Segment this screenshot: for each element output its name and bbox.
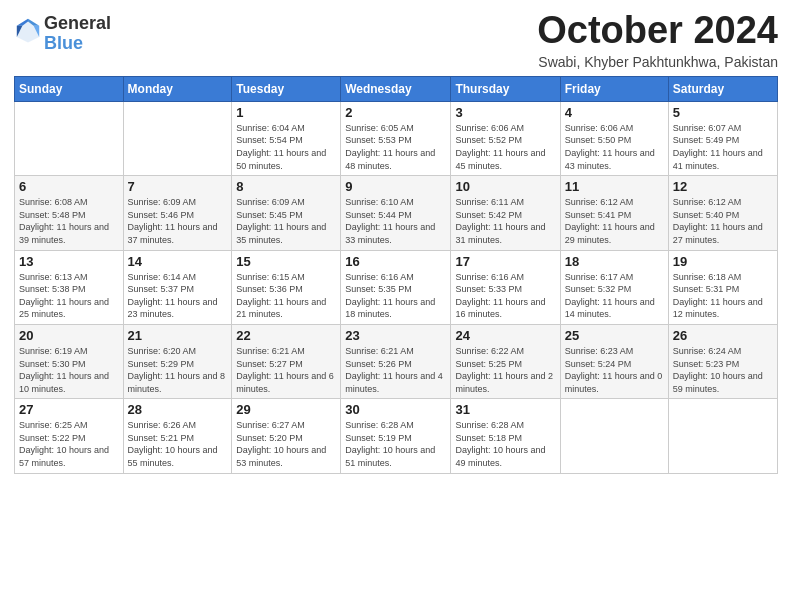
table-row: 22Sunrise: 6:21 AM Sunset: 5:27 PM Dayli… [232,324,341,398]
day-number: 27 [19,402,119,417]
day-number: 15 [236,254,336,269]
col-sunday: Sunday [15,76,124,101]
day-number: 24 [455,328,555,343]
title-block: October 2024 Swabi, Khyber Pakhtunkhwa, … [537,10,778,70]
col-wednesday: Wednesday [341,76,451,101]
day-number: 4 [565,105,664,120]
calendar-week-row: 13Sunrise: 6:13 AM Sunset: 5:38 PM Dayli… [15,250,778,324]
table-row: 14Sunrise: 6:14 AM Sunset: 5:37 PM Dayli… [123,250,232,324]
day-number: 22 [236,328,336,343]
table-row: 31Sunrise: 6:28 AM Sunset: 5:18 PM Dayli… [451,399,560,473]
calendar-week-row: 1Sunrise: 6:04 AM Sunset: 5:54 PM Daylig… [15,101,778,175]
calendar-header-row: Sunday Monday Tuesday Wednesday Thursday… [15,76,778,101]
day-number: 13 [19,254,119,269]
svg-marker-0 [17,19,39,43]
table-row: 13Sunrise: 6:13 AM Sunset: 5:38 PM Dayli… [15,250,124,324]
day-info: Sunrise: 6:11 AM Sunset: 5:42 PM Dayligh… [455,196,555,246]
table-row: 2Sunrise: 6:05 AM Sunset: 5:53 PM Daylig… [341,101,451,175]
calendar-week-row: 20Sunrise: 6:19 AM Sunset: 5:30 PM Dayli… [15,324,778,398]
table-row: 3Sunrise: 6:06 AM Sunset: 5:52 PM Daylig… [451,101,560,175]
day-info: Sunrise: 6:28 AM Sunset: 5:19 PM Dayligh… [345,419,446,469]
col-saturday: Saturday [668,76,777,101]
day-number: 16 [345,254,446,269]
day-number: 18 [565,254,664,269]
table-row: 6Sunrise: 6:08 AM Sunset: 5:48 PM Daylig… [15,176,124,250]
day-number: 9 [345,179,446,194]
table-row: 24Sunrise: 6:22 AM Sunset: 5:25 PM Dayli… [451,324,560,398]
col-monday: Monday [123,76,232,101]
day-number: 26 [673,328,773,343]
day-info: Sunrise: 6:10 AM Sunset: 5:44 PM Dayligh… [345,196,446,246]
day-info: Sunrise: 6:04 AM Sunset: 5:54 PM Dayligh… [236,122,336,172]
day-number: 12 [673,179,773,194]
location-subtitle: Swabi, Khyber Pakhtunkhwa, Pakistan [537,54,778,70]
table-row: 16Sunrise: 6:16 AM Sunset: 5:35 PM Dayli… [341,250,451,324]
day-info: Sunrise: 6:16 AM Sunset: 5:33 PM Dayligh… [455,271,555,321]
table-row: 18Sunrise: 6:17 AM Sunset: 5:32 PM Dayli… [560,250,668,324]
col-friday: Friday [560,76,668,101]
day-number: 20 [19,328,119,343]
table-row: 30Sunrise: 6:28 AM Sunset: 5:19 PM Dayli… [341,399,451,473]
day-info: Sunrise: 6:09 AM Sunset: 5:45 PM Dayligh… [236,196,336,246]
table-row: 1Sunrise: 6:04 AM Sunset: 5:54 PM Daylig… [232,101,341,175]
table-row: 20Sunrise: 6:19 AM Sunset: 5:30 PM Dayli… [15,324,124,398]
table-row [15,101,124,175]
day-number: 19 [673,254,773,269]
day-info: Sunrise: 6:17 AM Sunset: 5:32 PM Dayligh… [565,271,664,321]
day-number: 29 [236,402,336,417]
day-number: 31 [455,402,555,417]
day-number: 28 [128,402,228,417]
day-info: Sunrise: 6:14 AM Sunset: 5:37 PM Dayligh… [128,271,228,321]
day-info: Sunrise: 6:12 AM Sunset: 5:41 PM Dayligh… [565,196,664,246]
day-number: 23 [345,328,446,343]
day-number: 21 [128,328,228,343]
logo-icon [14,16,42,44]
table-row: 15Sunrise: 6:15 AM Sunset: 5:36 PM Dayli… [232,250,341,324]
day-number: 17 [455,254,555,269]
day-info: Sunrise: 6:25 AM Sunset: 5:22 PM Dayligh… [19,419,119,469]
col-thursday: Thursday [451,76,560,101]
day-info: Sunrise: 6:06 AM Sunset: 5:50 PM Dayligh… [565,122,664,172]
month-title: October 2024 [537,10,778,52]
day-number: 8 [236,179,336,194]
day-number: 6 [19,179,119,194]
day-info: Sunrise: 6:21 AM Sunset: 5:27 PM Dayligh… [236,345,336,395]
table-row: 27Sunrise: 6:25 AM Sunset: 5:22 PM Dayli… [15,399,124,473]
day-info: Sunrise: 6:27 AM Sunset: 5:20 PM Dayligh… [236,419,336,469]
day-info: Sunrise: 6:20 AM Sunset: 5:29 PM Dayligh… [128,345,228,395]
table-row: 17Sunrise: 6:16 AM Sunset: 5:33 PM Dayli… [451,250,560,324]
table-row: 26Sunrise: 6:24 AM Sunset: 5:23 PM Dayli… [668,324,777,398]
day-number: 3 [455,105,555,120]
header: General Blue October 2024 Swabi, Khyber … [14,10,778,70]
table-row: 7Sunrise: 6:09 AM Sunset: 5:46 PM Daylig… [123,176,232,250]
table-row: 9Sunrise: 6:10 AM Sunset: 5:44 PM Daylig… [341,176,451,250]
logo-text: General Blue [44,14,111,54]
calendar-week-row: 6Sunrise: 6:08 AM Sunset: 5:48 PM Daylig… [15,176,778,250]
day-info: Sunrise: 6:28 AM Sunset: 5:18 PM Dayligh… [455,419,555,469]
table-row: 11Sunrise: 6:12 AM Sunset: 5:41 PM Dayli… [560,176,668,250]
day-info: Sunrise: 6:21 AM Sunset: 5:26 PM Dayligh… [345,345,446,395]
day-info: Sunrise: 6:05 AM Sunset: 5:53 PM Dayligh… [345,122,446,172]
day-info: Sunrise: 6:18 AM Sunset: 5:31 PM Dayligh… [673,271,773,321]
table-row: 10Sunrise: 6:11 AM Sunset: 5:42 PM Dayli… [451,176,560,250]
day-number: 10 [455,179,555,194]
table-row: 29Sunrise: 6:27 AM Sunset: 5:20 PM Dayli… [232,399,341,473]
day-info: Sunrise: 6:07 AM Sunset: 5:49 PM Dayligh… [673,122,773,172]
table-row: 4Sunrise: 6:06 AM Sunset: 5:50 PM Daylig… [560,101,668,175]
day-info: Sunrise: 6:26 AM Sunset: 5:21 PM Dayligh… [128,419,228,469]
logo-general-text: General [44,14,111,34]
col-tuesday: Tuesday [232,76,341,101]
logo-blue-text: Blue [44,34,111,54]
table-row: 21Sunrise: 6:20 AM Sunset: 5:29 PM Dayli… [123,324,232,398]
day-number: 30 [345,402,446,417]
day-number: 7 [128,179,228,194]
table-row: 23Sunrise: 6:21 AM Sunset: 5:26 PM Dayli… [341,324,451,398]
day-info: Sunrise: 6:19 AM Sunset: 5:30 PM Dayligh… [19,345,119,395]
day-number: 14 [128,254,228,269]
day-info: Sunrise: 6:06 AM Sunset: 5:52 PM Dayligh… [455,122,555,172]
day-info: Sunrise: 6:16 AM Sunset: 5:35 PM Dayligh… [345,271,446,321]
calendar-week-row: 27Sunrise: 6:25 AM Sunset: 5:22 PM Dayli… [15,399,778,473]
logo: General Blue [14,14,111,54]
table-row: 12Sunrise: 6:12 AM Sunset: 5:40 PM Dayli… [668,176,777,250]
day-number: 25 [565,328,664,343]
